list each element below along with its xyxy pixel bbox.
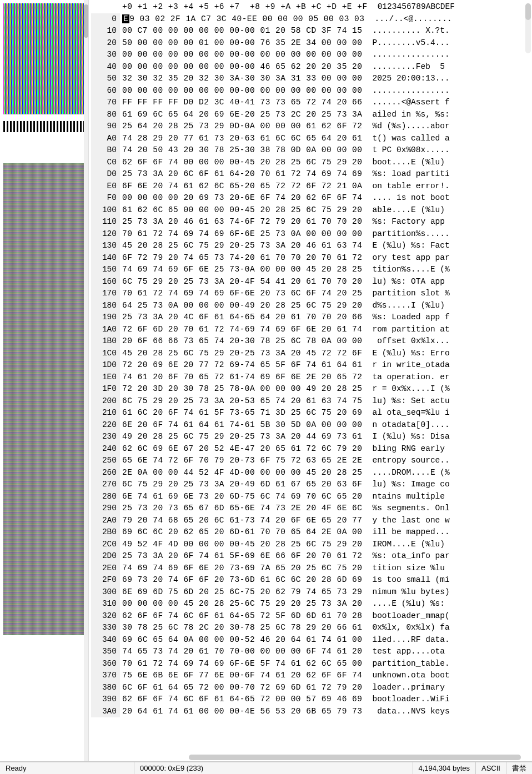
ascii-cell[interactable]: bootloader_mmap( <box>362 610 449 622</box>
hex-bytes[interactable]: 6E 74 61 69 6E 73 20 6D-75 6C 74 69 70 6… <box>120 491 362 503</box>
ascii-cell[interactable]: 0x%lx, 0x%lx) fa <box>362 622 449 634</box>
ascii-cell[interactable]: ntains multiple <box>362 491 449 503</box>
hex-bytes[interactable]: 20 6F 66 66 73 65 74 20-30 78 25 6C 78 0… <box>120 335 362 348</box>
ascii-cell[interactable]: r in write_otada <box>362 359 449 371</box>
hex-row[interactable]: 3006E 69 6D 75 6D 20 25 6C-75 20 62 79 7… <box>91 586 532 599</box>
hex-bytes[interactable]: 45 20 28 25 6C 75 29 20-25 73 3A 20 46 6… <box>120 240 362 252</box>
hex-bytes[interactable]: 6E 20 6F 74 61 64 61 74-61 5B 30 5D 0A 0… <box>120 419 362 431</box>
hex-bytes[interactable]: 72 6F 6D 20 70 61 72 74-69 74 69 6F 6E 2… <box>120 324 362 336</box>
hex-row[interactable]: 32062 6F 6F 74 6C 6F 61 64-65 72 5F 6D 6… <box>91 610 532 622</box>
hex-bytes[interactable]: 72 20 69 6E 20 77 72 69-74 65 5F 6F 74 6… <box>120 359 362 371</box>
hex-bytes[interactable]: 6E 69 6D 75 6D 20 25 6C-75 20 62 79 74 6… <box>120 586 362 599</box>
hex-bytes[interactable]: 25 73 3A 20 6F 74 61 5F-69 6E 66 6F 20 7… <box>120 550 362 562</box>
cursor-byte[interactable]: E <box>122 14 129 23</box>
hex-row[interactable]: 29025 73 20 73 65 67 6D 65-6E 74 73 2E 2… <box>91 502 532 515</box>
vertical-scroll-thumb[interactable] <box>525 3 531 20</box>
hex-row[interactable]: 5032 30 32 35 20 32 30 3A-30 30 3A 31 33… <box>91 73 532 85</box>
ascii-cell[interactable]: %s segments. Onl <box>362 502 449 515</box>
hex-bytes[interactable]: 2E 0A 00 00 44 52 4F 4D-00 00 00 00 45 2… <box>120 467 362 479</box>
ascii-cell[interactable]: loader..primary <box>362 682 449 694</box>
ascii-cell[interactable]: tition size %lu <box>362 562 449 575</box>
ascii-cell[interactable]: n otadata[0].... <box>362 419 449 431</box>
hex-bytes[interactable]: 00 00 00 00 00 00 00 00-00 00 00 00 00 0… <box>120 85 362 97</box>
hex-row[interactable]: 36070 61 72 74 69 74 69 6F-6E 5F 74 61 6… <box>91 658 532 670</box>
hex-row[interactable]: 17070 61 72 74 69 74 69 6F-6E 20 73 6C 6… <box>91 288 532 300</box>
hex-bytes[interactable]: 20 64 61 74 61 00 00 00-4E 56 53 20 6B 6… <box>120 706 362 718</box>
hex-bytes[interactable]: 79 20 74 68 65 20 6C 61-73 74 20 6F 6E 6… <box>120 515 362 527</box>
hex-bytes[interactable]: 74 61 20 6F 70 65 72 61-74 69 6F 6E 2E 2… <box>120 371 362 384</box>
hex-row[interactable]: 23049 20 28 25 6C 75 29 20-25 73 3A 20 4… <box>91 431 532 443</box>
hex-row[interactable]: 4000 00 00 00 00 00 00 00-00 46 65 62 20… <box>91 61 532 73</box>
hex-row[interactable]: 8061 69 6C 65 64 20 69 6E-20 25 73 2C 20… <box>91 109 532 121</box>
minimap-block-1[interactable] <box>3 3 85 114</box>
hex-bytes[interactable]: 64 25 73 0A 00 00 00 00-49 20 28 25 6C 7… <box>120 300 362 312</box>
hex-bytes[interactable]: 50 00 00 00 00 01 00 00-00 76 35 2E 34 0… <box>120 37 362 49</box>
hex-bytes[interactable]: 45 20 28 25 6C 75 29 20-25 73 3A 20 45 7… <box>120 348 362 360</box>
ascii-cell[interactable]: ailed in %s, %s: <box>362 109 449 121</box>
ascii-cell[interactable]: partition slot % <box>362 288 449 300</box>
hex-bytes[interactable]: 00 00 00 00 45 20 28 25-6C 75 29 20 25 7… <box>120 598 362 610</box>
hex-row[interactable]: 6000 00 00 00 00 00 00 00-00 00 00 00 00… <box>91 85 532 97</box>
ascii-cell[interactable]: ................ <box>362 85 449 97</box>
hex-bytes[interactable]: 25 73 20 73 65 67 6D 65-6E 74 73 2E 20 4… <box>120 502 362 515</box>
ascii-cell[interactable]: lu) %s: Set actu <box>362 395 449 408</box>
hex-row[interactable]: 2206E 20 6F 74 61 64 61 74-61 5B 30 5D 0… <box>91 419 532 431</box>
ascii-cell[interactable]: .......... X.?t. <box>362 25 449 37</box>
hex-bytes[interactable]: 49 20 28 25 6C 75 29 20-25 73 3A 20 44 6… <box>120 431 362 443</box>
hex-row[interactable]: 1F072 20 3D 20 30 78 25 78-0A 00 00 00 4… <box>91 383 532 395</box>
ascii-cell[interactable]: lu) %s: OTA app <box>362 276 449 288</box>
hex-bytes[interactable]: 70 61 72 74 69 74 69 6F-6E 25 73 0A 00 0… <box>120 228 362 240</box>
ascii-cell[interactable]: %d (%s).....abor <box>362 120 449 133</box>
hex-row[interactable]: 1606C 75 29 20 25 73 3A 20-4F 54 41 20 6… <box>91 276 532 288</box>
ascii-cell[interactable]: E (%lu) %s: Fact <box>362 240 449 252</box>
hex-row[interactable]: 1B020 6F 66 66 73 65 74 20-30 78 25 6C 7… <box>91 335 532 348</box>
hex-bytes[interactable]: 69 73 20 74 6F 6F 20 73-6D 61 6C 6C 20 2… <box>120 574 362 586</box>
hex-bytes[interactable]: 6C 75 29 20 25 73 3A 20-49 6D 61 67 65 2… <box>120 479 362 491</box>
hex-row[interactable]: 2E074 69 74 69 6F 6E 20 73-69 7A 65 20 2… <box>91 562 532 575</box>
minimap-block-2[interactable] <box>3 121 85 132</box>
hex-bytes[interactable]: 62 6F 6F 74 00 00 00 00-45 20 28 25 6C 7… <box>120 157 362 169</box>
hex-row[interactable]: 21061 6C 20 6F 74 61 5F 73-65 71 3D 25 6… <box>91 407 532 419</box>
hex-row[interactable]: 3000 00 00 00 00 00 00 00-00 00 00 00 00… <box>91 49 532 61</box>
hex-bytes[interactable]: FF FF FF FF D0 D2 3C 40-41 73 73 65 72 7… <box>120 97 362 109</box>
ascii-cell[interactable]: lu) %s: Image co <box>362 479 449 491</box>
hex-row[interactable]: 2050 00 00 00 00 01 00 00-00 76 35 2E 34… <box>91 37 532 49</box>
hex-bytes[interactable]: 74 65 73 74 20 61 70 70-00 00 00 00 6F 7… <box>120 646 362 658</box>
hex-row[interactable]: 2806E 74 61 69 6E 73 20 6D-75 6C 74 69 7… <box>91 491 532 503</box>
ascii-cell[interactable]: P........v5.4... <box>362 37 449 49</box>
hex-bytes[interactable]: 25 73 3A 20 46 61 63 74-6F 72 79 20 61 7… <box>120 216 362 228</box>
ascii-cell[interactable]: %s: Factory app <box>362 216 449 228</box>
ascii-cell[interactable]: t PC 0x%08x..... <box>362 144 449 157</box>
hex-bytes[interactable]: 49 52 4F 4D 00 00 00 00-45 20 28 25 6C 7… <box>120 539 362 551</box>
hex-bytes[interactable]: 62 6F 6F 74 6C 6F 61 64-65 72 5F 6D 6D 6… <box>120 610 362 622</box>
hex-row[interactable]: 19025 73 3A 20 4C 6F 61 64-65 64 20 61 7… <box>91 311 532 324</box>
hex-row[interactable]: 2006C 75 29 20 25 73 3A 20-53 65 74 20 6… <box>91 395 532 408</box>
ascii-cell[interactable]: partition_table. <box>362 658 449 670</box>
hex-bytes[interactable]: 74 69 74 69 6F 6E 25 73-0A 00 00 00 45 2… <box>120 264 362 276</box>
hex-row[interactable]: 1E074 61 20 6F 70 65 72 61-74 69 6F 6E 2… <box>91 371 532 384</box>
ascii-cell[interactable]: unknown.ota boot <box>362 670 449 682</box>
hex-bytes[interactable]: 61 69 6C 65 64 20 69 6E-20 25 73 2C 20 2… <box>120 109 362 121</box>
hex-bytes[interactable]: 25 73 3A 20 6C 6F 61 64-20 70 61 72 74 6… <box>120 168 362 180</box>
hex-bytes[interactable]: E9 03 02 2F 1A C7 3C 40-EE 00 00 00 05 0… <box>120 13 364 26</box>
hex-row[interactable]: 34069 6C 65 64 0A 00 00 00-52 46 20 64 6… <box>91 634 532 646</box>
hex-bytes[interactable]: 74 28 29 20 77 61 73 20-63 61 6C 6C 65 6… <box>120 133 362 145</box>
ascii-cell[interactable]: entropy source.. <box>362 455 449 467</box>
hex-bytes[interactable]: 6F 6E 20 74 61 62 6C 65-20 65 72 72 6F 7… <box>120 180 362 193</box>
hex-bytes[interactable]: 75 6E 6B 6E 6F 77 6E 00-6F 74 61 20 62 6… <box>120 670 362 682</box>
hex-row[interactable]: 1406F 72 79 20 74 65 73 74-20 61 70 70 2… <box>91 252 532 264</box>
ascii-cell[interactable]: %s: load partiti <box>362 168 449 180</box>
hex-bytes[interactable]: 70 61 72 74 69 74 69 6F-6E 5F 74 61 62 6… <box>120 658 362 670</box>
hex-bytes[interactable]: 00 C7 00 00 00 00 00 00-00 01 20 58 CD 3… <box>120 25 362 37</box>
hex-view[interactable]: +0 +1 +2 +3 +4 +5 +6 +7 +8 +9 +A +B +C +… <box>89 0 532 761</box>
ascii-cell[interactable]: tition%s....E (% <box>362 264 449 276</box>
ascii-cell[interactable]: bootloader..WiFi <box>362 693 449 706</box>
hex-row[interactable]: 1A072 6F 6D 20 70 61 72 74-69 74 69 6F 6… <box>91 324 532 336</box>
ascii-cell[interactable]: ill be mapped... <box>362 526 449 539</box>
hex-bytes[interactable]: 69 6C 65 64 0A 00 00 00-52 46 20 64 61 7… <box>120 634 362 646</box>
hex-row[interactable]: 2A079 20 74 68 65 20 6C 61-73 74 20 6F 6… <box>91 515 532 527</box>
vertical-scrollbar[interactable] <box>525 3 531 53</box>
hex-row[interactable]: D025 73 3A 20 6C 6F 61 64-20 70 61 72 74… <box>91 168 532 180</box>
hex-row[interactable]: 3A020 64 61 74 61 00 00 00-4E 56 53 20 6… <box>91 706 532 718</box>
hex-bytes[interactable]: 6C 75 29 20 25 73 3A 20-53 65 74 20 61 6… <box>120 395 362 408</box>
